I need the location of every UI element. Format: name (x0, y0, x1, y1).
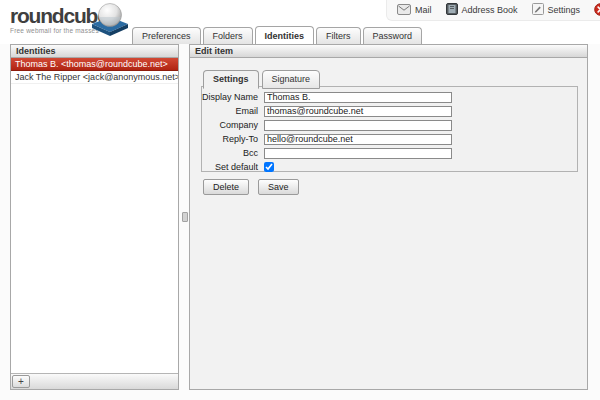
identity-row[interactable]: Jack The Ripper <jack@anonymous.net> (11, 71, 178, 84)
form-buttons: Delete Save (203, 179, 299, 195)
menu-item-logout[interactable]: Logout (594, 3, 600, 18)
app-header: roundcube Free webmail for the masses M (0, 0, 600, 44)
panel-splitter-handle[interactable] (182, 212, 188, 222)
form-row: Bcc (202, 147, 577, 159)
address-book-icon (446, 3, 458, 17)
settings-tabbar: Preferences Folders Identities Filters P… (132, 26, 424, 44)
reply-to-label: Reply-To (202, 134, 264, 144)
form-row: Company (202, 119, 577, 131)
form-row: Display Name (202, 91, 577, 103)
identities-panel-title: Identities (11, 45, 178, 58)
display-name-label: Display Name (202, 92, 264, 102)
bcc-label: Bcc (202, 148, 264, 158)
delete-button[interactable]: Delete (203, 179, 249, 195)
company-label: Company (202, 120, 264, 130)
tab-identity-signature[interactable]: Signature (262, 70, 321, 89)
menu-item-address-book[interactable]: Address Book (446, 3, 518, 17)
edit-item-panel: Edit item Settings Signature Display Nam… (189, 44, 588, 390)
menu-item-label: Settings (548, 5, 581, 15)
tab-password[interactable]: Password (363, 27, 423, 44)
top-menu: Mail Address Book Settings Logout (386, 0, 600, 21)
save-button[interactable]: Save (258, 179, 299, 195)
reply-to-field[interactable] (264, 134, 452, 145)
edit-item-panel-title: Edit item (190, 45, 587, 58)
logo-cube-icon (89, 1, 131, 41)
email-field[interactable] (264, 106, 452, 117)
set-default-checkbox[interactable] (264, 162, 274, 172)
identities-panel: Identities Thomas B. <thomas@roundcube.n… (10, 44, 179, 390)
tab-identities[interactable]: Identities (255, 26, 315, 44)
tab-folders[interactable]: Folders (203, 27, 253, 44)
form-row: Set default (202, 161, 577, 173)
display-name-field[interactable] (264, 92, 452, 103)
menu-item-settings[interactable]: Settings (532, 3, 581, 17)
identity-row-selected[interactable]: Thomas B. <thomas@roundcube.net> (11, 58, 178, 71)
set-default-label: Set default (202, 162, 264, 172)
settings-icon (532, 3, 544, 17)
tab-preferences[interactable]: Preferences (132, 27, 201, 44)
tab-identity-settings[interactable]: Settings (203, 70, 259, 89)
email-label: Email (202, 106, 264, 116)
identities-panel-footer: + (11, 373, 178, 389)
add-identity-button[interactable]: + (12, 375, 30, 388)
form-row: Reply-To (202, 133, 577, 145)
tab-filters[interactable]: Filters (316, 27, 361, 44)
logout-icon (594, 3, 600, 18)
company-field[interactable] (264, 120, 452, 131)
form-row: Email (202, 105, 577, 117)
edit-form-tabbar: Settings Signature (203, 70, 323, 89)
mail-icon (397, 4, 411, 17)
bcc-field[interactable] (264, 148, 452, 159)
menu-item-label: Mail (415, 5, 432, 15)
menu-item-label: Address Book (462, 5, 518, 15)
identity-form: Display Name Email Company Reply-To Bcc … (201, 86, 578, 172)
menu-item-mail[interactable]: Mail (397, 4, 432, 17)
